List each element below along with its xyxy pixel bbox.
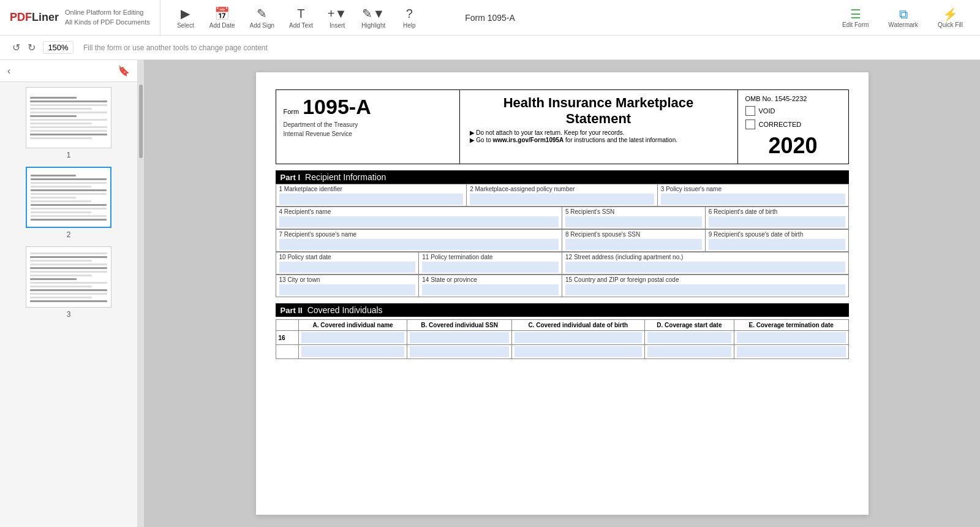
part1-title: Recipient Information <box>305 172 386 182</box>
row16-col-c[interactable] <box>514 332 642 343</box>
void-label: VOID <box>759 107 775 115</box>
page-thumb-3[interactable]: 3 <box>5 246 132 319</box>
page-thumb-2[interactable]: 2 <box>5 167 132 239</box>
highlight-tool[interactable]: ✎▼ Highlight <box>355 4 391 31</box>
field5-input[interactable] <box>565 216 702 227</box>
col-c-header: C. Covered individual date of birth <box>511 320 644 331</box>
row16-col-b[interactable] <box>410 332 509 343</box>
omb-number: OMB No. 1545-2232 <box>745 95 841 102</box>
watermark-tool[interactable]: ⧉ Watermark <box>881 5 925 31</box>
redo-button[interactable]: ↻ <box>25 40 38 55</box>
logo-tagline: Online Platform for Editing All Kinds of… <box>65 8 150 27</box>
insert-label: Insert <box>330 22 345 29</box>
page-thumb-img-2 <box>26 167 111 228</box>
form-page: Form 1095-A Department of the Treasury I… <box>256 72 869 515</box>
row17-col-e[interactable] <box>737 346 846 357</box>
row16-col-a[interactable] <box>301 332 404 343</box>
logo: PDFLiner <box>10 11 59 24</box>
table-row-empty <box>276 345 848 359</box>
form-header-left: Form 1095-A Department of the Treasury I… <box>276 90 460 164</box>
edit-form-icon: ☰ <box>850 7 861 21</box>
row17-col-d[interactable] <box>647 346 731 357</box>
edit-form-tool[interactable]: ☰ Edit Form <box>835 4 876 31</box>
instruction1: ▶ Do not attach to your tax return. Keep… <box>470 129 728 136</box>
fields-row-10-12: 10 Policy start date 11 Policy terminati… <box>276 252 849 275</box>
form-number: 1095-A <box>303 95 371 119</box>
void-row: VOID <box>745 106 841 116</box>
edit-form-label: Edit Form <box>842 21 869 28</box>
add-sign-tool[interactable]: ✎ Add Sign <box>244 4 281 31</box>
row17-col-b[interactable] <box>410 346 509 357</box>
field6-input[interactable] <box>709 216 845 227</box>
undo-button[interactable]: ↺ <box>10 40 23 55</box>
field4-input[interactable] <box>279 216 559 227</box>
field9-input[interactable] <box>709 239 845 250</box>
field7-input[interactable] <box>279 239 559 250</box>
quick-fill-label: Quick Fill <box>938 21 963 28</box>
field3-input[interactable] <box>661 194 845 205</box>
form-dept: Department of the Treasury <box>284 121 452 128</box>
irs-link[interactable]: www.irs.gov/Form1095A <box>493 137 564 143</box>
form-instructions: ▶ Do not attach to your tax return. Keep… <box>470 129 728 143</box>
add-text-tool[interactable]: T Add Text <box>283 4 319 31</box>
sidebar-scrollbar[interactable] <box>138 60 144 527</box>
part2-label: Part II <box>281 306 303 315</box>
instruction2: ▶ Go to www.irs.gov/Form1095A for instru… <box>470 137 728 143</box>
insert-tool[interactable]: +▼ Insert <box>322 4 353 31</box>
row16-col-d[interactable] <box>647 332 731 343</box>
add-date-tool[interactable]: 📅 Add Date <box>203 4 241 31</box>
field2-input[interactable] <box>470 194 654 205</box>
top-bar: PDFLiner Online Platform for Editing All… <box>0 0 980 36</box>
field10-label: 10 Policy start date <box>279 254 416 260</box>
lightning-icon: ⚡ <box>943 7 958 21</box>
field11-input[interactable] <box>422 262 559 273</box>
corrected-label: CORRECTED <box>759 121 802 128</box>
form-irs: Internal Revenue Service <box>284 131 452 137</box>
calendar-icon: 📅 <box>214 6 230 21</box>
highlight-icon: ✎▼ <box>362 6 385 21</box>
field15-label: 15 Country and ZIP or foreign postal cod… <box>565 276 845 283</box>
sidebar: ‹ 🔖 <box>0 60 138 527</box>
field12-input[interactable] <box>565 262 845 273</box>
field15-input[interactable] <box>565 284 845 295</box>
form-header-center: Health Insurance Marketplace Statement ▶… <box>460 90 738 164</box>
sidebar-bookmark-button[interactable]: 🔖 <box>118 65 130 77</box>
select-tool[interactable]: ▶ Select <box>170 4 201 31</box>
field6-label: 6 Recipient's date of birth <box>709 208 845 215</box>
row17-col-a[interactable] <box>301 346 404 357</box>
field3-label: 3 Policy issuer's name <box>661 186 845 192</box>
field13-input[interactable] <box>279 284 416 295</box>
page-num-2: 2 <box>67 230 71 239</box>
plus-icon: +▼ <box>328 7 347 21</box>
row16-col-e[interactable] <box>737 332 846 343</box>
field14-label: 14 State or province <box>422 276 559 283</box>
void-checkbox[interactable] <box>745 106 755 116</box>
field1-input[interactable] <box>279 194 464 205</box>
page-thumb-img-3 <box>26 246 111 308</box>
field14-input[interactable] <box>422 284 559 295</box>
field10-input[interactable] <box>279 262 416 273</box>
page-thumb-1[interactable]: 1 <box>5 87 132 159</box>
corrected-checkbox[interactable] <box>745 119 755 129</box>
help-tool[interactable]: ? Help <box>394 4 424 31</box>
row17-col-c[interactable] <box>514 346 642 357</box>
zoom-input[interactable]: 150% <box>43 41 74 54</box>
page-num-1: 1 <box>67 151 71 159</box>
select-icon: ▶ <box>181 6 190 21</box>
doc-title: Form 1095-A <box>465 13 515 23</box>
toolbar: ▶ Select 📅 Add Date ✎ Add Sign T Add Tex… <box>160 4 424 31</box>
logo-pdf: PDF <box>10 11 32 23</box>
sidebar-collapse-button[interactable]: ‹ <box>7 66 10 77</box>
watermark-label: Watermark <box>888 21 918 28</box>
doc-viewer[interactable]: Form 1095-A Department of the Treasury I… <box>144 60 980 527</box>
main-area: ‹ 🔖 <box>0 60 980 527</box>
pen-icon: ✎ <box>257 6 267 21</box>
form-header-right: OMB No. 1545-2232 VOID CORRECTED 2020 <box>738 90 848 164</box>
add-sign-label: Add Sign <box>250 22 275 29</box>
quick-fill-tool[interactable]: ⚡ Quick Fill <box>930 4 970 31</box>
field8-input[interactable] <box>565 239 702 250</box>
col-e-header: E. Coverage termination date <box>734 320 849 331</box>
select-label: Select <box>177 22 194 29</box>
sidebar-pages: 1 <box>0 82 137 527</box>
sidebar-nav: ‹ 🔖 <box>0 60 137 82</box>
